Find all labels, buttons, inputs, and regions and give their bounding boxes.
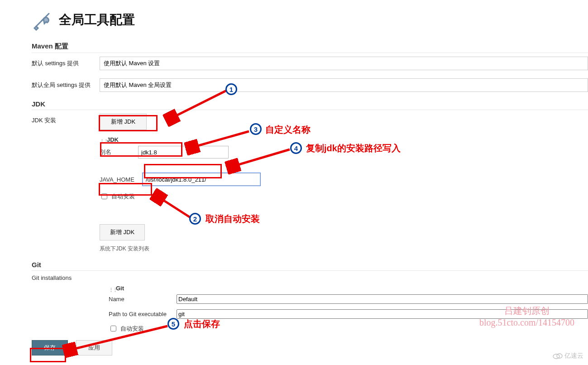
brand-watermark: 亿速云 <box>553 352 583 360</box>
maven-global-settings-label: 默认全局 settings 提供 <box>32 78 100 89</box>
annotation-text-3: 自定义名称 <box>265 124 311 136</box>
git-installations-label: Git installations <box>32 274 588 281</box>
jdk-group-name: JDK <box>107 136 119 143</box>
java-home-input[interactable] <box>143 173 260 186</box>
annotation-bubble-4: 4 <box>290 142 302 154</box>
maven-default-settings-select[interactable] <box>100 57 588 70</box>
page-header: 全局工具配置 <box>32 9 588 31</box>
jdk-auto-install-label: 自动安装 <box>111 192 135 201</box>
jdk-section-title: JDK <box>32 100 588 110</box>
apply-button[interactable]: 应用 <box>76 340 112 355</box>
git-section-title: Git <box>32 261 588 271</box>
tools-icon <box>32 9 53 31</box>
annotation-bubble-3: 3 <box>250 123 262 135</box>
alias-input[interactable] <box>138 146 229 158</box>
git-group-name: Git <box>116 285 124 292</box>
jdk-auto-install-checkbox[interactable] <box>101 193 107 199</box>
annotation-text-4: 复制jdk的安装路径写入 <box>306 142 401 154</box>
alias-label: 别名 <box>100 148 138 156</box>
annotation-bubble-2: 2 <box>189 213 201 225</box>
maven-global-settings-select[interactable] <box>100 78 588 92</box>
git-path-label: Path to Git executable <box>109 311 177 317</box>
git-name-input[interactable] <box>177 294 588 304</box>
drag-handle-icon[interactable] <box>109 286 114 292</box>
add-jdk-button-top[interactable]: 新增 JDK <box>100 114 147 130</box>
maven-section-title: Maven 配置 <box>32 42 588 53</box>
annotation-text-5: 点击保存 <box>184 318 220 330</box>
maven-default-settings-label: 默认 settings 提供 <box>32 57 100 67</box>
add-jdk-button-bottom[interactable]: 新增 JDK <box>100 224 145 240</box>
jdk-install-label: JDK 安装 <box>32 114 100 125</box>
page-title: 全局工具配置 <box>59 11 135 29</box>
annotation-bubble-5: 5 <box>167 318 179 330</box>
annotation-bubble-1: 1 <box>225 83 237 95</box>
jdk-list-description: 系统下JDK 安装列表 <box>100 245 260 253</box>
drag-handle-icon[interactable] <box>100 138 105 143</box>
save-button[interactable]: 保存 <box>32 340 68 355</box>
git-auto-install-checkbox[interactable] <box>110 326 116 331</box>
annotation-text-2: 取消自动安装 <box>206 213 260 225</box>
java-home-label: JAVA_HOME <box>100 176 143 183</box>
author-watermark: 吕建钊原创 blog.51cto.com/14154700 <box>479 305 574 328</box>
git-name-label: Name <box>109 296 177 303</box>
git-auto-install-label: 自动安装 <box>120 325 144 333</box>
